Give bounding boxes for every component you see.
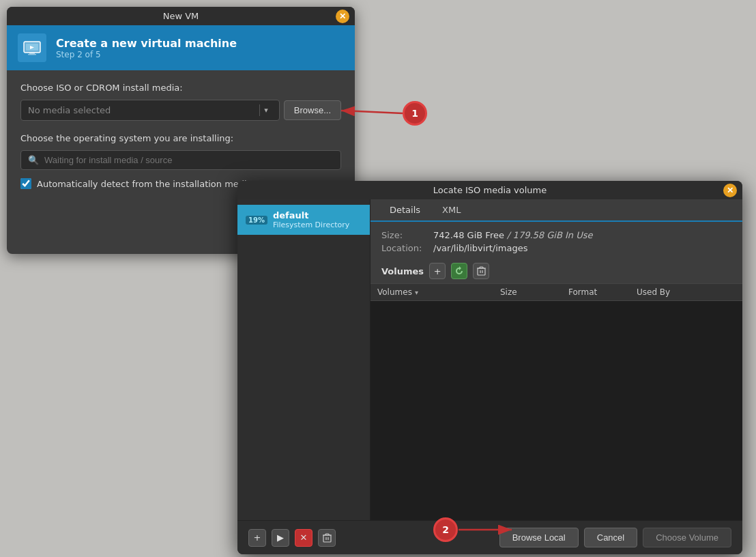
os-search-row: 🔍 xyxy=(20,150,341,170)
footer-stop-button[interactable]: ✕ xyxy=(295,529,312,547)
locate-cancel-button[interactable]: Cancel xyxy=(584,528,637,547)
footer-play-button[interactable]: ▶ xyxy=(272,529,289,547)
location-value: /var/lib/libvirt/images xyxy=(433,243,528,253)
svg-rect-6 xyxy=(323,535,331,542)
locate-body: 19% default Filesystem Directory Details… xyxy=(237,199,742,520)
volumes-table-header: Volumes ▾ Size Format Used By xyxy=(370,283,742,301)
location-label: Location: xyxy=(381,243,429,253)
locate-close-button[interactable]: ✕ xyxy=(723,184,737,197)
new-vm-close-button[interactable]: ✕ xyxy=(336,10,349,23)
choose-volume-button[interactable]: Choose Volume xyxy=(643,528,731,547)
new-vm-title: New VM xyxy=(163,11,199,21)
footer-add-button[interactable]: + xyxy=(248,529,266,547)
locate-iso-dialog: Locate ISO media volume ✕ 19% default Fi… xyxy=(237,181,742,554)
chevron-down-icon: ▾ xyxy=(415,289,418,296)
svg-rect-4 xyxy=(28,54,36,55)
volumes-content xyxy=(370,301,742,520)
svg-rect-3 xyxy=(29,53,35,54)
wizard-title: Create a new virtual machine xyxy=(56,37,237,50)
col-volumes: Volumes ▾ xyxy=(370,284,493,300)
pool-type: Filesystem Directory xyxy=(273,220,349,229)
delete-volume-button[interactable] xyxy=(473,263,489,279)
size-row: Size: 742.48 GiB Free / 179.58 GiB In Us… xyxy=(381,230,731,240)
media-select-row: No media selected ▾ Browse... xyxy=(20,100,341,121)
annotation-circle-2: 2 xyxy=(433,517,458,542)
add-volume-button[interactable]: + xyxy=(429,263,446,279)
details-panel: Details XML Size: 742.48 GiB Free / 179.… xyxy=(370,199,742,520)
volumes-toolbar: Volumes + xyxy=(370,259,742,283)
tab-details[interactable]: Details xyxy=(379,199,431,222)
svg-rect-5 xyxy=(478,268,485,275)
auto-detect-checkbox[interactable] xyxy=(20,178,31,189)
locate-title: Locate ISO media volume xyxy=(433,185,547,195)
refresh-volumes-button[interactable] xyxy=(451,263,467,279)
new-vm-titlebar: New VM ✕ xyxy=(7,7,355,25)
media-dropdown[interactable]: No media selected ▾ xyxy=(20,100,280,121)
size-value: 742.48 GiB Free / 179.58 GiB In Use xyxy=(433,230,592,240)
pool-name-group: default Filesystem Directory xyxy=(273,210,349,229)
locate-titlebar: Locate ISO media volume ✕ xyxy=(237,181,742,199)
wizard-icon xyxy=(18,33,46,62)
location-row: Location: /var/lib/libvirt/images xyxy=(381,243,731,253)
pool-item-default[interactable]: 19% default Filesystem Directory xyxy=(237,205,370,235)
wizard-header: Create a new virtual machine Step 2 of 5 xyxy=(7,25,355,70)
os-search-input[interactable] xyxy=(44,155,334,165)
browse-button[interactable]: Browse... xyxy=(284,100,341,120)
col-size: Size xyxy=(493,284,562,300)
pool-percent-badge: 19% xyxy=(246,216,267,225)
media-dropdown-text: No media selected xyxy=(28,105,259,115)
search-icon: 🔍 xyxy=(28,155,39,165)
auto-detect-label: Automatically detect from the installati… xyxy=(37,179,252,189)
pool-sidebar: 19% default Filesystem Directory xyxy=(237,199,370,520)
details-info: Size: 742.48 GiB Free / 179.58 GiB In Us… xyxy=(370,222,742,259)
os-section-label: Choose the operating system you are inst… xyxy=(20,133,341,143)
tabs-row: Details XML xyxy=(370,199,742,222)
tab-xml[interactable]: XML xyxy=(431,199,471,222)
wizard-title-group: Create a new virtual machine Step 2 of 5 xyxy=(56,37,237,59)
wizard-step: Step 2 of 5 xyxy=(56,50,237,59)
col-usedby: Used By xyxy=(630,284,742,300)
browse-local-button[interactable]: Browse Local xyxy=(499,528,579,547)
volumes-label: Volumes xyxy=(381,266,424,276)
col-format: Format xyxy=(562,284,630,300)
annotation-circle-1: 1 xyxy=(403,101,427,126)
pool-name: default xyxy=(273,210,349,220)
footer-delete-button[interactable] xyxy=(318,529,336,547)
iso-section-label: Choose ISO or CDROM install media: xyxy=(20,83,341,93)
chevron-down-icon[interactable]: ▾ xyxy=(259,104,272,116)
locate-footer: + ▶ ✕ Browse Local Cancel Choose Volume xyxy=(237,520,742,554)
size-label: Size: xyxy=(381,230,429,240)
